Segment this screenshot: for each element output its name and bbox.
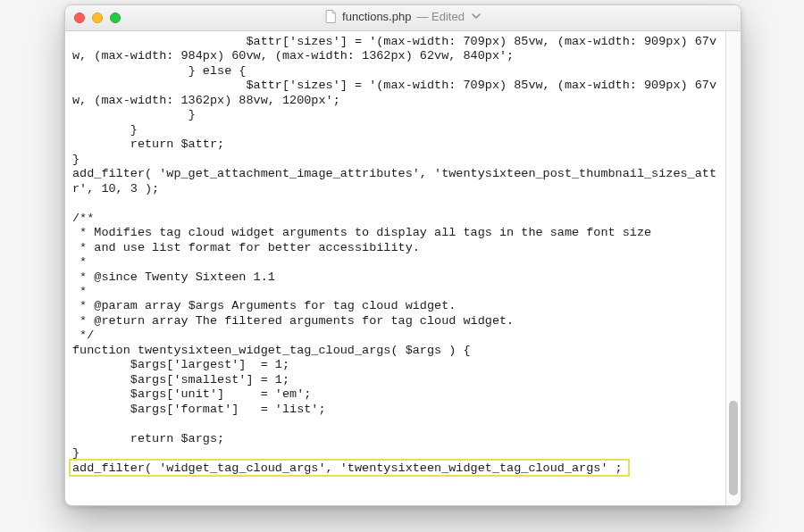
code-line[interactable]: add_filter( 'wp_get_attachment_image_att… xyxy=(72,167,718,196)
scroll-thumb[interactable] xyxy=(729,401,738,495)
code-line[interactable]: return $attr; xyxy=(72,137,718,152)
code-line[interactable]: * and use list format for better accessi… xyxy=(72,241,718,255)
maximize-icon[interactable] xyxy=(110,12,121,23)
title-status: — Edited xyxy=(416,10,464,23)
title-dropdown[interactable]: functions.php — Edited xyxy=(325,10,481,23)
code-line[interactable]: } xyxy=(72,446,718,461)
code-line[interactable]: * @since Twenty Sixteen 1.1 xyxy=(72,270,718,285)
code-line[interactable]: $args['format'] = 'list'; xyxy=(72,403,718,417)
code-line[interactable]: } else { xyxy=(72,64,718,79)
code-line[interactable] xyxy=(72,196,718,211)
chevron-down-icon xyxy=(472,12,481,21)
code-line[interactable]: } xyxy=(72,123,718,137)
code-line[interactable]: */ xyxy=(72,328,718,343)
code-line[interactable]: * @return array The filtered arguments f… xyxy=(72,314,718,328)
document-icon xyxy=(325,10,337,23)
code-line[interactable]: return $args; xyxy=(72,432,718,446)
title-filename: functions.php xyxy=(342,10,411,23)
content-area: $attr['sizes'] = '(max-width: 709px) 85v… xyxy=(65,31,741,505)
code-line[interactable]: $args['unit'] = 'em'; xyxy=(72,387,718,402)
vertical-scrollbar[interactable] xyxy=(725,31,741,505)
code-line[interactable]: $attr['sizes'] = '(max-width: 709px) 85v… xyxy=(72,35,718,64)
code-editor[interactable]: $attr['sizes'] = '(max-width: 709px) 85v… xyxy=(65,31,725,505)
code-line[interactable]: * @param array $args Arguments for tag c… xyxy=(72,299,718,313)
code-line[interactable]: } xyxy=(72,153,718,167)
code-line[interactable]: } xyxy=(72,108,718,122)
titlebar[interactable]: functions.php — Edited xyxy=(65,5,741,31)
code-line[interactable]: * xyxy=(72,285,718,299)
code-line[interactable]: $args['largest'] = 1; xyxy=(72,358,718,372)
code-line[interactable]: function twentysixteen_widget_tag_cloud_… xyxy=(72,344,718,358)
code-line[interactable] xyxy=(72,417,718,431)
code-line[interactable]: * Modifies tag cloud widget arguments to… xyxy=(72,226,718,240)
code-line[interactable]: $attr['sizes'] = '(max-width: 709px) 85v… xyxy=(72,79,718,108)
minimize-icon[interactable] xyxy=(92,12,103,23)
editor-window: functions.php — Edited $attr['sizes'] = … xyxy=(64,4,741,506)
code-line[interactable]: /** xyxy=(72,212,718,226)
code-line[interactable]: add_filter( 'widget_tag_cloud_args', 'tw… xyxy=(72,461,718,476)
close-icon[interactable] xyxy=(74,12,85,23)
code-line[interactable]: $args['smallest'] = 1; xyxy=(72,373,718,387)
window-controls xyxy=(65,12,121,23)
code-line[interactable]: * xyxy=(72,255,718,270)
